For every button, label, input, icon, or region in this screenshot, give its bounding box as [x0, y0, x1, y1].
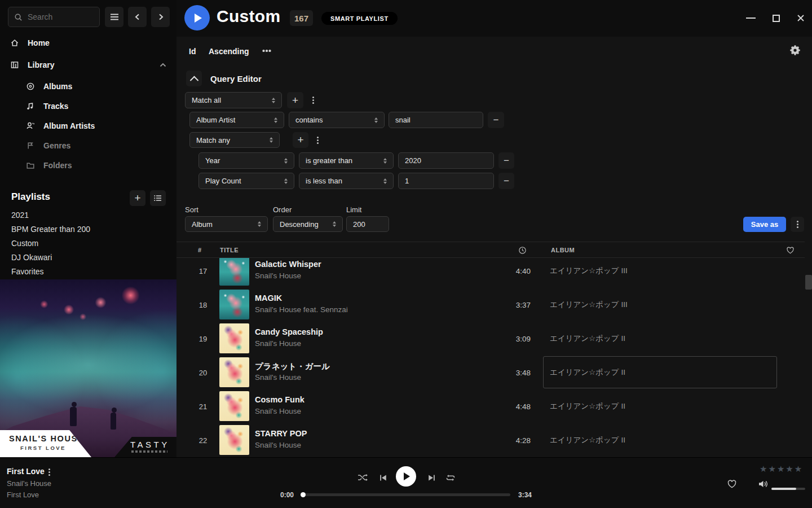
duration-clock-icon[interactable]: [518, 246, 527, 255]
playlist-item[interactable]: BPM Greater than 200: [0, 222, 176, 236]
playlist-item[interactable]: 2021: [0, 208, 176, 222]
window-maximize-button[interactable]: [767, 10, 784, 26]
group-rule-value-input[interactable]: [398, 173, 494, 189]
sidebar-item-folders[interactable]: Folders: [0, 156, 176, 174]
column-album[interactable]: ALBUM: [551, 247, 575, 253]
table-row[interactable]: 22 STARRY POP Snail's House 4:28 エイリアン☆ポ…: [176, 423, 805, 457]
star-icon[interactable]: [777, 464, 785, 474]
scrollbar-thumb[interactable]: [805, 275, 812, 290]
row-album: エイリアン☆ポップ II: [550, 389, 781, 423]
nav-back-button[interactable]: [128, 7, 147, 27]
row-artist: Snail's House: [255, 373, 301, 382]
remove-rule-button[interactable]: [498, 173, 514, 189]
star-icon[interactable]: [785, 464, 793, 474]
search-input-wrap[interactable]: [8, 7, 100, 27]
column-title[interactable]: TITLE: [220, 247, 239, 253]
next-button[interactable]: [425, 471, 438, 484]
table-row[interactable]: 18 MAGIK Snail's House feat. Sennzai 3:3…: [176, 288, 805, 322]
play-pause-button[interactable]: [396, 466, 416, 487]
volume-slider[interactable]: [771, 488, 805, 490]
now-playing-artist[interactable]: Snail's House: [7, 479, 51, 488]
remove-rule-button[interactable]: [498, 152, 514, 169]
rule-operator-value: is less than: [306, 177, 342, 185]
row-album: エイリアン☆ポップ II: [550, 423, 781, 457]
group-add-rule-button[interactable]: [293, 132, 308, 148]
star-icon[interactable]: [768, 464, 776, 474]
group-menu-button[interactable]: [312, 132, 323, 148]
rating-stars[interactable]: [760, 464, 802, 474]
queue-button[interactable]: [743, 479, 753, 490]
sidebar-item-album-artists[interactable]: Album Artists: [0, 117, 176, 135]
match-any-select[interactable]: Match any: [189, 132, 280, 148]
favorite-button[interactable]: [727, 479, 737, 489]
window-minimize-button[interactable]: [742, 10, 759, 26]
save-menu-button[interactable]: [791, 217, 804, 232]
shuffle-button[interactable]: [356, 471, 369, 484]
group-rule-value-input[interactable]: [398, 152, 494, 169]
group-rule-field-select[interactable]: Year: [198, 152, 294, 169]
seek-knob[interactable]: [301, 492, 306, 497]
sidebar-item-albums[interactable]: Albums: [0, 77, 176, 95]
table-row[interactable]: 17 Galactic Whisper Snail's House 4:40 エ…: [176, 254, 805, 288]
previous-button[interactable]: [377, 471, 389, 484]
order-select[interactable]: Descending: [273, 216, 343, 232]
favorite-heart-icon[interactable]: [786, 246, 795, 255]
more-options-button[interactable]: [261, 46, 273, 55]
nav-forward-button[interactable]: [151, 7, 170, 27]
sidebar-item-home[interactable]: Home: [0, 34, 176, 52]
menu-button[interactable]: [105, 7, 123, 27]
sort-select[interactable]: Album: [185, 216, 268, 232]
table-row[interactable]: 20 プラネット・ガール Snail's House 3:48 エイリアン☆ポッ…: [176, 356, 805, 389]
collapse-chevron-icon[interactable]: [160, 63, 166, 67]
cover-label-subtext: [131, 450, 167, 453]
match-all-select[interactable]: Match all: [185, 92, 282, 108]
remove-rule-button[interactable]: [488, 112, 504, 128]
album-disc-icon: [26, 82, 35, 91]
playlist-item[interactable]: DJ Okawari: [0, 250, 176, 264]
select-chevrons-icon: [284, 178, 288, 184]
limit-input[interactable]: [346, 216, 389, 232]
player-bar: First Love Snail's House First Love 0:00…: [0, 457, 812, 508]
window-close-button[interactable]: [792, 10, 809, 26]
playlist-item[interactable]: Custom: [0, 236, 176, 250]
limit-label: Limit: [346, 205, 361, 214]
table-row[interactable]: 21 Cosmo Funk Snail's House 4:48 エイリアン☆ポ…: [176, 389, 805, 423]
search-input[interactable]: [28, 12, 84, 21]
star-icon[interactable]: [760, 464, 767, 474]
settings-button[interactable]: [789, 45, 802, 57]
rule-operator-select[interactable]: contains: [289, 112, 385, 128]
rule-value-input[interactable]: [389, 112, 483, 128]
seek-slider[interactable]: [302, 493, 510, 496]
sidebar-item-genres[interactable]: Genres: [0, 137, 176, 155]
smart-playlist-badge: SMART PLAYLIST: [321, 12, 398, 25]
page-title: Custom: [217, 7, 280, 26]
row-artist: Snail's House feat. Sennzai: [255, 305, 348, 314]
now-playing-title[interactable]: First Love: [7, 467, 45, 476]
star-icon[interactable]: [795, 464, 802, 474]
add-playlist-button[interactable]: [130, 190, 145, 206]
now-playing-menu-button[interactable]: [45, 467, 53, 476]
sidebar-item-library[interactable]: Library: [0, 56, 176, 74]
add-rule-button[interactable]: [287, 92, 303, 108]
row-album: エイリアン☆ポップ III: [550, 254, 781, 288]
column-index[interactable]: #: [198, 247, 202, 253]
group-rule-field-select[interactable]: Play Count: [198, 173, 294, 189]
table-row[interactable]: 19 Candy Spaceship Snail's House 3:09 エイ…: [176, 322, 805, 356]
volume-button[interactable]: [758, 479, 769, 489]
save-as-button[interactable]: Save as: [743, 217, 786, 232]
query-editor-collapse-button[interactable]: [186, 71, 202, 86]
rule-field-select[interactable]: Album Artist: [189, 112, 284, 128]
rule-group-menu-button[interactable]: [308, 92, 318, 108]
sidebar-item-tracks[interactable]: Tracks: [0, 97, 176, 115]
sort-direction-button[interactable]: Ascending: [209, 47, 249, 56]
playlist-item[interactable]: Favorites: [0, 264, 176, 278]
playlist-list-button[interactable]: [150, 190, 166, 206]
play-playlist-button[interactable]: [184, 5, 210, 30]
group-rule-operator-select[interactable]: is greater than: [299, 152, 394, 169]
music-note-icon: [26, 102, 35, 111]
row-number: 21: [192, 389, 214, 423]
repeat-button[interactable]: [444, 471, 457, 484]
now-playing-album[interactable]: First Love: [7, 491, 39, 499]
sort-field-button[interactable]: Id: [189, 47, 196, 56]
group-rule-operator-select[interactable]: is less than: [299, 173, 394, 189]
